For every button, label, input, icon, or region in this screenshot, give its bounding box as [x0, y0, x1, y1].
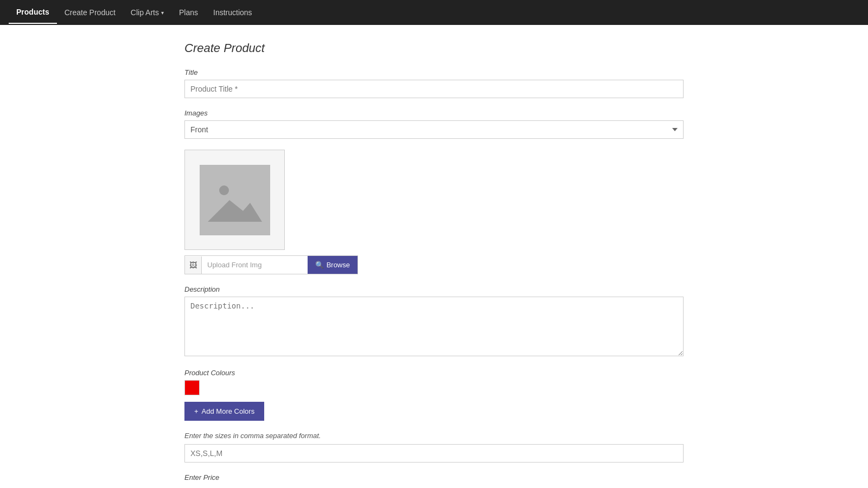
sizes-input[interactable] [184, 444, 684, 463]
browse-button[interactable]: 🔍 Browse [308, 256, 358, 274]
image-placeholder-inner [200, 165, 270, 235]
plus-icon: + [194, 407, 199, 415]
title-label: Title [184, 68, 684, 76]
nav-instructions[interactable]: Instructions [206, 2, 260, 23]
page-title: Create Product [184, 41, 684, 55]
price-group: Enter Price [184, 473, 684, 481]
upload-icon-cell: 🖼 [185, 256, 202, 274]
title-group: Title [184, 68, 684, 98]
sizes-group: Enter the sizes in comma separated forma… [184, 432, 684, 463]
color-swatch-red[interactable] [184, 380, 200, 395]
nav-clip-arts[interactable]: Clip Arts ▾ [123, 2, 171, 23]
description-label: Description [184, 285, 684, 293]
upload-text: Upload Front Img [202, 256, 308, 273]
svg-point-1 [219, 185, 229, 195]
image-icon: 🖼 [189, 261, 197, 269]
price-label: Enter Price [184, 473, 684, 481]
title-input[interactable] [184, 80, 684, 98]
images-dropdown[interactable]: Front Back Side [184, 120, 684, 139]
navbar: Products Create Product Clip Arts ▾ Plan… [0, 0, 868, 25]
images-group: Images Front Back Side [184, 109, 684, 139]
upload-row: 🖼 Upload Front Img 🔍 Browse [184, 255, 358, 274]
description-textarea[interactable] [184, 297, 684, 356]
images-label: Images [184, 109, 684, 117]
nav-create-product[interactable]: Create Product [57, 2, 123, 23]
product-colours-group: Product Colours + Add More Colors [184, 369, 684, 421]
image-placeholder-box [184, 150, 285, 250]
nav-plans[interactable]: Plans [171, 2, 206, 23]
description-group: Description [184, 285, 684, 358]
add-more-colors-label: Add More Colors [202, 407, 255, 415]
placeholder-image-icon [208, 178, 262, 222]
main-content: Create Product Title Images Front Back S… [174, 25, 694, 488]
product-colours-label: Product Colours [184, 369, 684, 377]
sizes-hint: Enter the sizes in comma separated forma… [184, 432, 684, 440]
nav-clip-arts-label: Clip Arts [131, 8, 159, 17]
nav-products[interactable]: Products [9, 1, 57, 24]
chevron-down-icon: ▾ [161, 10, 164, 16]
add-more-colors-button[interactable]: + Add More Colors [184, 402, 264, 421]
search-icon: 🔍 [315, 261, 324, 269]
browse-label: Browse [327, 261, 350, 269]
